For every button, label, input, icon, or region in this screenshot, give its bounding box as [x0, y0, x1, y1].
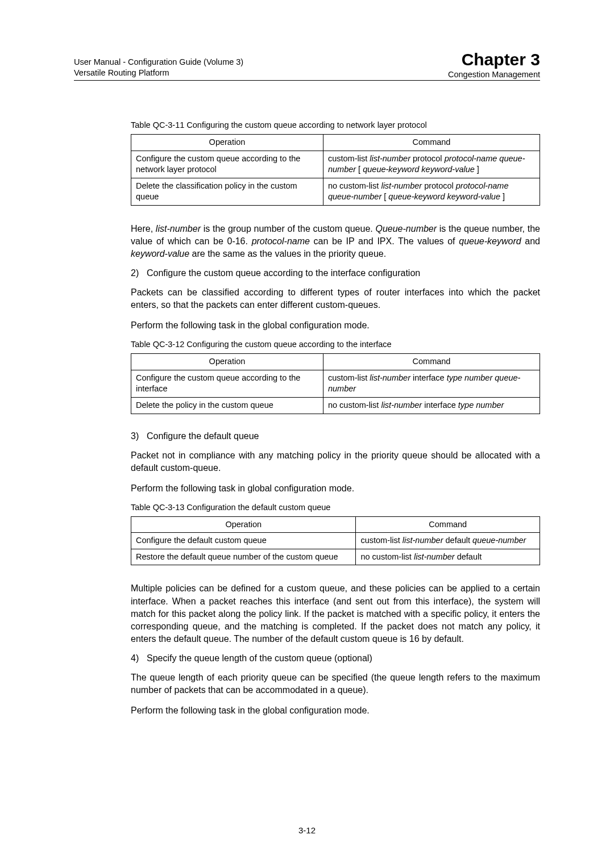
cell-command: custom-list list-number default queue-nu…: [356, 533, 540, 549]
table-interface: Operation Command Configure the custom q…: [131, 353, 540, 414]
col-operation: Operation: [131, 135, 323, 151]
paragraph: Perform the following task in the global…: [131, 319, 540, 332]
page-number: 3-12: [0, 825, 614, 835]
col-command: Command: [323, 135, 540, 151]
cell-operation: Configure the custom queue according to …: [131, 151, 323, 178]
table-caption-3: Table QC-3-13 Configuration the default …: [131, 503, 540, 512]
chapter-subtitle: Congestion Management: [448, 70, 540, 79]
paragraph: Multiple policies can be defined for a c…: [131, 582, 540, 645]
cell-operation: Delete the policy in the custom queue: [131, 397, 323, 414]
paragraph: Here, list-number is the group number of…: [131, 223, 540, 260]
cell-command: no custom-list list-number interface typ…: [323, 397, 540, 414]
col-command: Command: [356, 516, 540, 533]
paragraph: Packet not in compliance with any matchi…: [131, 449, 540, 474]
chapter-title: Chapter 3: [448, 51, 540, 68]
table-row: Configure the custom queue according to …: [131, 370, 540, 397]
cell-command: custom-list list-number protocol protoco…: [323, 151, 540, 178]
col-operation: Operation: [131, 516, 356, 533]
table-row: Restore the default queue number of the …: [131, 549, 540, 565]
paragraph: Perform the following task in global con…: [131, 482, 540, 495]
cell-command: custom-list list-number interface type n…: [323, 370, 540, 397]
numbered-item-2: 2)Configure the custom queue according t…: [131, 268, 540, 278]
table-header-row: Operation Command: [131, 354, 540, 370]
col-command: Command: [323, 354, 540, 370]
table-caption-2: Table QC-3-12 Configuring the custom que…: [131, 340, 540, 349]
platform-name: Versatile Routing Platform: [74, 68, 243, 79]
page-content: Table QC-3-11 Configuring the custom que…: [74, 120, 540, 717]
cell-operation: Restore the default queue number of the …: [131, 549, 356, 565]
cell-command: no custom-list list-number default: [356, 549, 540, 565]
cell-operation: Configure the default custom queue: [131, 533, 356, 549]
table-caption-1: Table QC-3-11 Configuring the custom que…: [131, 120, 540, 130]
page-header: User Manual - Configuration Guide (Volum…: [74, 51, 540, 81]
manual-title: User Manual - Configuration Guide (Volum…: [74, 57, 243, 68]
table-default-queue: Operation Command Configure the default …: [131, 516, 540, 566]
paragraph: Packets can be classified according to d…: [131, 286, 540, 311]
numbered-item-3: 3)Configure the default queue: [131, 431, 540, 441]
table-row: Configure the default custom queue custo…: [131, 533, 540, 549]
table-row: Delete the classification policy in the …: [131, 178, 540, 205]
col-operation: Operation: [131, 354, 323, 370]
header-left: User Manual - Configuration Guide (Volum…: [74, 57, 243, 79]
header-right: Chapter 3 Congestion Management: [448, 51, 540, 79]
table-header-row: Operation Command: [131, 135, 540, 151]
paragraph: The queue length of each priority queue …: [131, 671, 540, 696]
table-header-row: Operation Command: [131, 516, 540, 533]
cell-operation: Delete the classification policy in the …: [131, 178, 323, 205]
numbered-item-4: 4)Specify the queue length of the custom…: [131, 653, 540, 663]
table-row: Configure the custom queue according to …: [131, 151, 540, 178]
table-row: Delete the policy in the custom queue no…: [131, 397, 540, 414]
cell-command: no custom-list list-number protocol prot…: [323, 178, 540, 205]
table-network-protocol: Operation Command Configure the custom q…: [131, 134, 540, 206]
cell-operation: Configure the custom queue according to …: [131, 370, 323, 397]
paragraph: Perform the following task in the global…: [131, 704, 540, 717]
